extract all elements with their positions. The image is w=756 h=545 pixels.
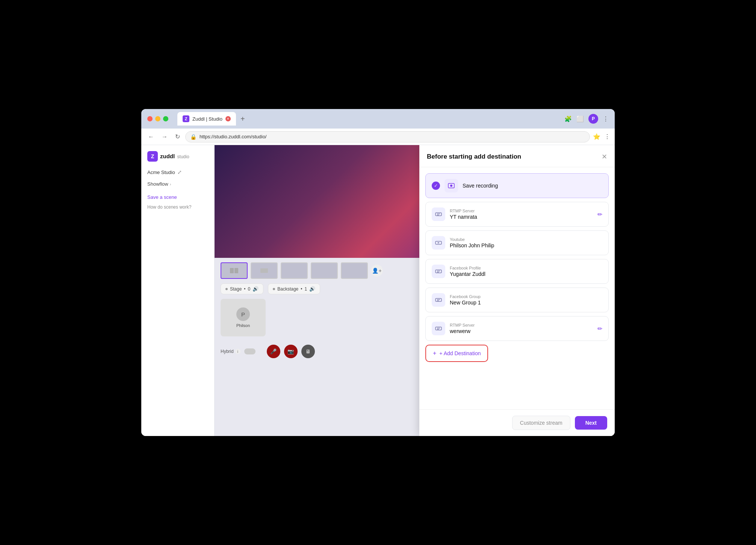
panel-title: Before starting add destination <box>427 153 521 160</box>
save-scene-link[interactable]: Save a scene <box>147 194 208 200</box>
add-destination-label: + Add Destination <box>439 350 481 356</box>
panel-body: ✓ Save recording <box>419 167 615 409</box>
fb-icon <box>435 268 442 275</box>
tab-bar: Z Zuddl | Studio ✕ + <box>177 112 248 126</box>
rtmp-stream-icon <box>435 325 442 332</box>
scene-thumb-2[interactable] <box>251 262 278 279</box>
bookmark-icon[interactable]: ⭐ <box>593 133 600 140</box>
more-options-icon[interactable]: ⋮ <box>604 133 610 140</box>
destination-item-4[interactable]: RTMP Server werwerw ✏ <box>425 316 609 341</box>
forward-button[interactable]: → <box>159 132 170 142</box>
destination-type-1: Youtube <box>450 237 602 242</box>
stream-icon <box>435 210 442 218</box>
share-icon[interactable]: ⤢ <box>177 169 182 175</box>
refresh-button[interactable]: ↻ <box>173 132 182 142</box>
tab-close-button[interactable]: ✕ <box>225 116 231 121</box>
svg-rect-10 <box>435 270 442 273</box>
backstage-sep: • <box>301 286 302 292</box>
edit-destination-button-0[interactable]: ✏ <box>597 211 602 218</box>
destination-info-0: RTMP Server YT namrata <box>450 209 593 220</box>
scene-thumb-active[interactable] <box>221 262 248 279</box>
security-icon: 🔒 <box>190 134 197 140</box>
save-recording-info: Save recording <box>463 183 602 189</box>
destination-info-4: RTMP Server werwerw <box>450 323 593 334</box>
svg-rect-1 <box>234 268 238 273</box>
scene-thumb-2-icon <box>260 268 269 274</box>
app-layout: Z zuddl studio Acme Studio ⤢ Showflow › … <box>141 145 615 436</box>
destination-name-0: YT namrata <box>450 214 593 220</box>
save-recording-item[interactable]: ✓ Save recording <box>425 173 609 198</box>
scene-thumb-4[interactable] <box>311 262 338 279</box>
showflow-item[interactable]: Showflow › <box>147 181 208 187</box>
customize-stream-button[interactable]: Customize stream <box>512 416 570 430</box>
close-window-button[interactable] <box>147 116 153 121</box>
video-button[interactable]: 📷 <box>284 345 298 358</box>
destination-name-4: werwerw <box>450 328 593 334</box>
destination-item-0[interactable]: RTMP Server YT namrata ✏ <box>425 202 609 227</box>
svg-rect-16 <box>435 327 442 330</box>
destination-info-2: Facebook Profile Yugantar Zuddl <box>450 266 602 277</box>
destination-item-1[interactable]: Youtube Philson John Philip <box>425 230 609 255</box>
scene-thumb-3[interactable] <box>281 262 308 279</box>
logo-text: zuddl studio <box>160 153 189 160</box>
destination-panel: Before starting add destination ✕ ✓ <box>419 145 615 436</box>
panel-close-button[interactable]: ✕ <box>602 153 607 161</box>
maximize-window-button[interactable] <box>163 116 168 121</box>
backstage-speaker-icon[interactable]: 🔊 <box>309 286 315 292</box>
studio-name: Acme Studio ⤢ <box>147 169 208 175</box>
title-bar-right: 🧩 ⬜ P ⋮ <box>564 114 609 124</box>
split-view-icon[interactable]: ⬜ <box>576 115 584 123</box>
title-bar: Z Zuddl | Studio ✕ + 🧩 ⬜ P ⋮ <box>141 109 615 129</box>
rtmp-icon-4 <box>432 322 445 335</box>
how-scenes-link[interactable]: How do scenes work? <box>147 204 208 210</box>
edit-destination-button-4[interactable]: ✏ <box>597 325 602 332</box>
save-recording-label: Save recording <box>463 183 602 189</box>
screen-share-button[interactable]: 🖥 <box>301 345 315 358</box>
profile-button[interactable]: P <box>588 114 598 124</box>
add-destination-button[interactable]: + + Add Destination <box>425 345 488 362</box>
avatar: P <box>236 307 250 321</box>
tab-favicon: Z <box>183 115 189 122</box>
tab-title: Zuddl | Studio <box>192 116 222 122</box>
stage-speaker-icon[interactable]: 🔊 <box>253 286 259 292</box>
destination-name-1: Philson John Philip <box>450 242 602 248</box>
svg-rect-13 <box>435 298 442 301</box>
destination-item-2[interactable]: Facebook Profile Yugantar Zuddl <box>425 259 609 284</box>
youtube-icon-1 <box>432 236 445 250</box>
main-content: 👤+ Stage • 0 🔊 Backstage • 1 🔊 <box>215 145 615 436</box>
url-text: https://studio.zuddl.com/studio/ <box>200 134 266 139</box>
destination-type-2: Facebook Profile <box>450 266 602 270</box>
active-tab[interactable]: Z Zuddl | Studio ✕ <box>177 112 236 126</box>
svg-rect-0 <box>230 268 234 273</box>
destination-name-3: New Group 1 <box>450 300 602 306</box>
sidebar-logo: Z zuddl studio <box>147 151 208 162</box>
participant-card: P Philson <box>221 299 266 336</box>
extensions-icon[interactable]: 🧩 <box>564 115 572 123</box>
back-button[interactable]: ← <box>146 132 156 142</box>
check-icon: ✓ <box>432 182 440 190</box>
add-participant-icon[interactable]: 👤+ <box>371 265 383 277</box>
address-bar[interactable]: 🔒 https://studio.zuddl.com/studio/ <box>185 131 590 142</box>
minimize-window-button[interactable] <box>155 116 160 121</box>
facebook-group-icon-3 <box>432 293 445 307</box>
info-icon: i <box>235 349 240 354</box>
stage-dot-separator: • <box>244 286 245 292</box>
stage-badge: Stage • 0 🔊 <box>221 283 263 294</box>
panel-footer: Customize stream Next <box>419 409 615 436</box>
hybrid-toggle[interactable] <box>244 348 256 354</box>
destination-info-1: Youtube Philson John Philip <box>450 237 602 248</box>
menu-icon[interactable]: ⋮ <box>603 115 609 123</box>
mute-button[interactable]: 🎤 <box>267 345 280 358</box>
recording-icon <box>445 179 458 192</box>
svg-rect-2 <box>260 268 268 273</box>
stage-dot <box>225 288 228 290</box>
logo-icon: Z <box>147 151 158 162</box>
scene-thumb-5[interactable] <box>341 262 368 279</box>
new-tab-button[interactable]: + <box>237 115 248 123</box>
destination-item-3[interactable]: Facebook Group New Group 1 <box>425 288 609 312</box>
panel-header: Before starting add destination ✕ <box>419 145 615 167</box>
sidebar: Z zuddl studio Acme Studio ⤢ Showflow › … <box>141 145 215 436</box>
nav-right-icons: ⭐ ⋮ <box>593 133 610 140</box>
next-button[interactable]: Next <box>575 416 607 430</box>
backstage-dot <box>273 288 275 290</box>
